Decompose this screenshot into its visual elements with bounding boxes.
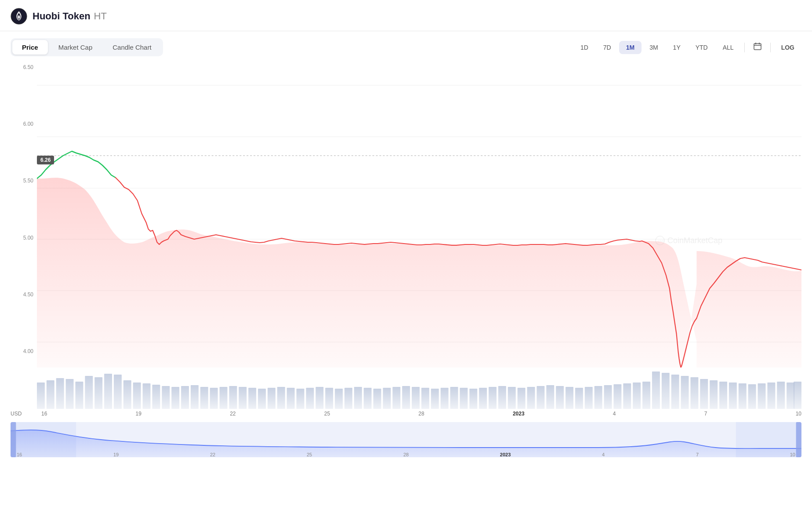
svg-rect-25 xyxy=(133,382,141,409)
tab-candle-chart[interactable]: Candle Chart xyxy=(103,40,161,55)
svg-rect-46 xyxy=(335,389,343,409)
svg-rect-21 xyxy=(94,377,102,409)
svg-rect-90 xyxy=(758,383,766,409)
svg-rect-28 xyxy=(162,386,170,409)
time-btn-7d[interactable]: 7D xyxy=(596,41,618,54)
y-label-6_00: 6.00 xyxy=(11,121,33,127)
x-label-25: 25 xyxy=(324,411,330,417)
mini-x-labels: 16 19 22 25 28 2023 4 7 10 xyxy=(11,452,801,457)
log-button[interactable]: LOG xyxy=(774,41,801,54)
controls-row: Price Market Cap Candle Chart 1D 7D 1M 3… xyxy=(11,38,801,56)
svg-rect-66 xyxy=(527,387,535,409)
svg-rect-32 xyxy=(200,387,208,409)
svg-rect-68 xyxy=(546,385,554,409)
chart-area: 6.50 6.00 5.50 5.00 4.50 4.00 6.26 xyxy=(11,60,801,457)
tab-price[interactable]: Price xyxy=(12,40,48,55)
svg-rect-70 xyxy=(566,387,573,409)
svg-rect-78 xyxy=(642,382,650,409)
y-label-6_50: 6.50 xyxy=(11,64,33,70)
time-separator-2 xyxy=(770,43,771,52)
svg-rect-76 xyxy=(623,383,631,409)
svg-rect-83 xyxy=(690,377,698,409)
svg-rect-39 xyxy=(268,388,276,409)
svg-rect-64 xyxy=(508,387,516,409)
time-btn-1m[interactable]: 1M xyxy=(619,41,642,54)
x-label-2023: 2023 xyxy=(513,411,525,417)
currency-label: USD xyxy=(11,409,41,419)
svg-rect-57 xyxy=(441,388,449,409)
token-ticker: HT xyxy=(94,11,107,22)
mini-x-2023: 2023 xyxy=(500,452,511,457)
page-header: Huobi Token HT xyxy=(0,0,812,31)
svg-rect-77 xyxy=(633,382,641,409)
svg-rect-56 xyxy=(431,389,439,409)
svg-rect-62 xyxy=(489,387,497,409)
svg-rect-73 xyxy=(594,386,602,409)
current-price-label: 6.26 xyxy=(37,156,54,164)
svg-rect-71 xyxy=(575,388,583,409)
calendar-button[interactable] xyxy=(748,39,767,55)
calendar-icon xyxy=(754,42,761,50)
svg-rect-37 xyxy=(248,388,256,409)
svg-rect-2 xyxy=(754,44,761,50)
time-btn-1d[interactable]: 1D xyxy=(573,41,595,54)
svg-rect-27 xyxy=(152,385,160,409)
svg-rect-81 xyxy=(671,375,679,409)
svg-rect-24 xyxy=(123,380,131,409)
svg-rect-35 xyxy=(229,386,237,409)
svg-rect-92 xyxy=(777,382,785,409)
svg-rect-89 xyxy=(748,384,756,409)
svg-rect-87 xyxy=(729,382,737,409)
svg-rect-20 xyxy=(85,376,93,409)
svg-rect-15 xyxy=(37,382,45,409)
x-axis-labels: 16 19 22 25 28 2023 4 7 10 xyxy=(41,409,801,419)
time-btn-all[interactable]: ALL xyxy=(716,41,741,54)
svg-rect-80 xyxy=(662,373,670,409)
y-label-5_50: 5.50 xyxy=(11,178,33,184)
svg-rect-60 xyxy=(469,389,477,409)
svg-rect-93 xyxy=(787,382,794,409)
time-btn-ytd[interactable]: YTD xyxy=(689,41,715,54)
time-range-group: 1D 7D 1M 3M 1Y YTD ALL LOG xyxy=(573,39,801,55)
volume-chart xyxy=(37,369,801,409)
tab-market-cap[interactable]: Market Cap xyxy=(49,40,102,55)
svg-rect-88 xyxy=(739,383,747,409)
svg-rect-69 xyxy=(556,386,564,409)
svg-rect-36 xyxy=(239,387,246,409)
mini-x-25: 25 xyxy=(307,452,312,457)
svg-rect-23 xyxy=(114,375,122,409)
mini-x-22: 22 xyxy=(210,452,215,457)
x-label-7: 7 xyxy=(704,411,707,417)
volume-section xyxy=(11,369,801,409)
svg-rect-30 xyxy=(181,386,189,409)
svg-rect-26 xyxy=(143,383,151,409)
svg-rect-91 xyxy=(767,382,775,409)
svg-rect-61 xyxy=(479,388,487,409)
svg-rect-65 xyxy=(518,388,526,409)
y-label-4_00: 4.00 xyxy=(11,348,33,354)
time-btn-1y[interactable]: 1Y xyxy=(666,41,688,54)
x-label-28: 28 xyxy=(418,411,424,417)
x-axis-section: USD 16 19 22 25 28 2023 4 7 10 xyxy=(11,409,801,419)
svg-rect-54 xyxy=(412,387,420,409)
y-label-5_00: 5.00 xyxy=(11,235,33,241)
huobi-logo-icon xyxy=(11,8,27,25)
svg-rect-55 xyxy=(421,388,429,409)
x-label-10: 10 xyxy=(796,411,801,417)
time-btn-3m[interactable]: 3M xyxy=(642,41,665,54)
x-label-19: 19 xyxy=(136,411,141,417)
svg-rect-84 xyxy=(700,379,708,409)
svg-rect-86 xyxy=(719,382,727,409)
svg-rect-31 xyxy=(191,385,199,409)
svg-point-1 xyxy=(18,15,20,19)
svg-rect-42 xyxy=(297,389,304,409)
mini-x-28: 28 xyxy=(403,452,409,457)
svg-rect-74 xyxy=(604,385,612,409)
mini-x-7: 7 xyxy=(696,452,699,457)
svg-rect-41 xyxy=(287,388,295,409)
svg-rect-19 xyxy=(75,382,83,409)
svg-rect-72 xyxy=(585,387,593,409)
svg-rect-29 xyxy=(171,387,179,409)
svg-rect-33 xyxy=(210,388,218,409)
mini-navigator-chart[interactable]: 16 19 22 25 28 2023 4 7 10 xyxy=(11,422,801,457)
